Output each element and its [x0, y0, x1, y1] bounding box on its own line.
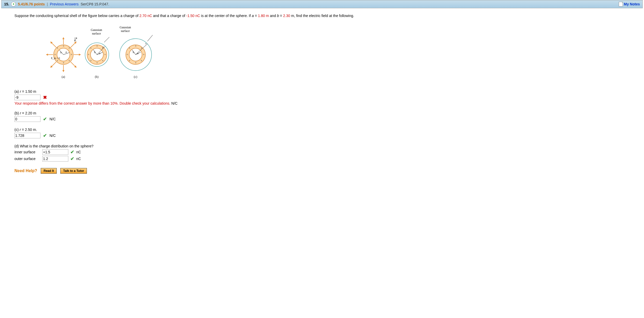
question-number: 15.	[4, 2, 9, 6]
svg-text:+: +	[90, 46, 92, 50]
svg-text:+: +	[141, 46, 142, 50]
read-it-button[interactable]: Read It	[41, 168, 57, 174]
inner-surface-label: inner surface	[14, 150, 40, 154]
unit-label: nC	[76, 157, 81, 161]
text: Suppose the conducting spherical shell o…	[14, 14, 139, 18]
parts: (a) r = 1.50 m ✖ Your response differs f…	[14, 89, 630, 162]
part-a: (a) r = 1.50 m ✖ Your response differs f…	[14, 89, 630, 105]
text: =	[279, 14, 283, 18]
svg-text:+: +	[63, 61, 64, 65]
part-b-label: (b) r = 2.20 m	[14, 111, 630, 115]
text: =	[254, 14, 258, 18]
gaussian-b-label: Gaussiansurface	[91, 28, 102, 35]
svg-marker-31	[76, 38, 77, 39]
part-c-input[interactable]	[14, 133, 40, 138]
var-a: a	[252, 14, 254, 18]
outer-surface-input[interactable]	[42, 156, 68, 162]
svg-text:+: +	[104, 53, 106, 56]
question-source: SerCP8 15.P.047.	[81, 2, 109, 6]
svg-text:+: +	[126, 53, 128, 56]
correct-icon: ✔	[43, 116, 47, 122]
gaussian-c-label: Gaussiansurface	[120, 26, 131, 33]
value-charge-center: -1.50 nC	[186, 14, 200, 18]
svg-text:+: +	[96, 61, 98, 65]
need-help-row: Need Help? Read It Talk to a Tutor	[14, 168, 630, 174]
note-icon	[619, 2, 623, 6]
subfig-a-label: (a)	[62, 75, 65, 79]
svg-text:+: +	[56, 46, 58, 50]
subfig-c-label: (c)	[134, 75, 137, 79]
svg-text:+: +	[102, 46, 104, 50]
svg-text:a: a	[137, 52, 138, 55]
text: and	[269, 14, 277, 18]
part-a-feedback: Your response differs from the correct a…	[14, 101, 630, 105]
value-b: 2.30	[283, 14, 290, 18]
my-notes-link[interactable]: My Notes	[619, 2, 640, 6]
svg-marker-14	[62, 37, 64, 39]
expand-icon[interactable]: +	[11, 2, 16, 6]
question-header: 15. + 5.41/6.76 points | Previous Answer…	[1, 0, 643, 8]
text: is at the center of the sphere. If	[200, 14, 252, 18]
outer-surface-label: outer surface	[14, 157, 40, 161]
part-c: (c) r = 2.50 m. ✔ N/C	[14, 128, 630, 138]
points-display: 5.41/6.76 points	[18, 2, 45, 6]
unit-label: N/C	[49, 133, 56, 138]
svg-text:+: +	[129, 59, 130, 63]
svg-text:r: r	[145, 42, 147, 45]
text: and that a charge of	[152, 14, 186, 18]
value-a: 1.80 m	[258, 14, 269, 18]
svg-text:b: b	[133, 51, 134, 54]
correct-icon: ✔	[70, 149, 74, 155]
e-vector-label: E	[74, 39, 76, 42]
inner-surface-input[interactable]	[42, 149, 68, 155]
svg-text:a: a	[65, 50, 67, 53]
part-c-label: (c) r = 2.50 m.	[14, 128, 630, 132]
svg-text:+: +	[63, 44, 64, 48]
part-b: (b) r = 2.20 m ✔ N/C	[14, 111, 630, 122]
svg-text:+: +	[71, 53, 72, 56]
question-content: Suppose the conducting spherical shell o…	[0, 8, 644, 178]
svg-marker-15	[62, 70, 64, 72]
talk-tutor-button[interactable]: Talk to a Tutor	[60, 168, 87, 174]
text: m, find the electric field at the follow…	[290, 14, 354, 18]
value-charge-shell: 2.70 nC	[139, 14, 152, 18]
svg-text:b: b	[94, 51, 96, 54]
figure-svg: b a	[45, 24, 167, 83]
svg-line-49	[104, 37, 109, 42]
header-left: 15. + 5.41/6.76 points | Previous Answer…	[4, 2, 109, 6]
part-b-input[interactable]	[14, 116, 40, 122]
svg-marker-16	[46, 54, 48, 56]
svg-text:+: +	[129, 46, 130, 50]
svg-text:+: +	[90, 59, 92, 63]
svg-text:a: a	[99, 52, 100, 55]
part-d-label: (d) What is the charge distribution on t…	[14, 144, 630, 148]
svg-text:+: +	[135, 44, 137, 48]
figure: b a	[45, 24, 630, 84]
svg-marker-17	[79, 54, 81, 56]
svg-line-67	[147, 35, 153, 41]
part-d: (d) What is the charge distribution on t…	[14, 144, 630, 162]
svg-text:b: b	[60, 51, 62, 54]
part-a-input[interactable]	[14, 95, 40, 100]
correct-icon: ✔	[43, 133, 47, 138]
unit-label: N/C	[49, 117, 56, 121]
part-a-label: (a) r = 1.50 m	[14, 89, 630, 94]
svg-text:+: +	[135, 61, 137, 65]
unit-label: nC	[76, 150, 81, 154]
svg-text:+: +	[141, 59, 142, 63]
svg-text:+: +	[54, 53, 56, 56]
incorrect-icon: ✖	[43, 95, 47, 100]
svg-text:+: +	[102, 59, 104, 63]
previous-answers-link[interactable]: Previous Answers	[50, 2, 78, 6]
svg-text:+: +	[96, 44, 98, 48]
subfig-b-label: (b)	[95, 75, 98, 79]
need-help-label: Need Help?	[14, 169, 37, 173]
svg-text:+: +	[143, 53, 145, 56]
svg-text:+: +	[68, 46, 70, 50]
correct-icon: ✔	[70, 156, 74, 162]
svg-text:+: +	[68, 59, 70, 63]
problem-statement: Suppose the conducting spherical shell o…	[14, 13, 630, 19]
ein-label: E_in = 0	[51, 57, 60, 60]
svg-text:+: +	[88, 53, 89, 56]
my-notes-label: My Notes	[624, 2, 640, 6]
